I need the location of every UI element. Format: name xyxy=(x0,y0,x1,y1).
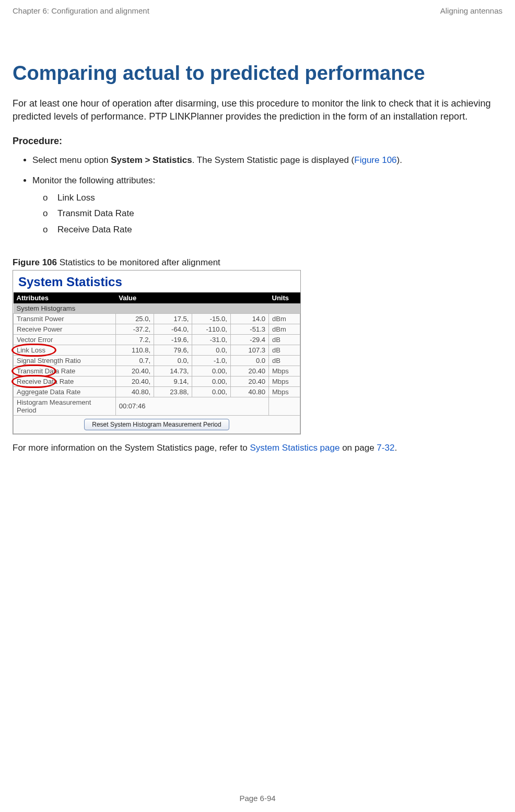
row-val: 0.00, xyxy=(192,366,231,376)
page-header: Chapter 6: Configuration and alignment A… xyxy=(13,6,502,15)
statistics-panel: System Statistics Attributes Value Units… xyxy=(13,270,301,434)
text: For more information on the System Stati… xyxy=(13,443,250,453)
row-val: 0.00, xyxy=(192,376,231,386)
row-unit: Mbps xyxy=(269,366,300,376)
row-attr: Histogram Measurement Period xyxy=(14,397,116,415)
table-row: Transmit Data Rate 20.40, 14.73, 0.00, 2… xyxy=(14,366,300,376)
row-unit: dB xyxy=(269,345,300,355)
row-val: 107.3 xyxy=(230,345,268,355)
statistics-table: Attributes Value Units System Histograms… xyxy=(13,292,300,434)
row-val: 20.40 xyxy=(230,366,268,376)
row-val: 25.0, xyxy=(115,313,154,324)
col-value: Value xyxy=(115,292,268,303)
table-header-row: Attributes Value Units xyxy=(14,292,300,303)
text: Monitor the following attributes: xyxy=(32,175,155,185)
table-row: Signal Strength Ratio 0.7, 0.0, -1.0, 0.… xyxy=(14,355,300,366)
table-row: Transmit Power 25.0, 17.5, -15.0, 14.0 d… xyxy=(14,313,300,324)
row-val: -51.3 xyxy=(230,324,268,334)
list-item: Link Loss xyxy=(43,192,502,205)
row-val: 0.0, xyxy=(192,345,231,355)
table-row: Receive Power -37.2, -64.0, -110.0, -51.… xyxy=(14,324,300,334)
row-attr: Signal Strength Ratio xyxy=(14,355,116,366)
row-val: 14.73, xyxy=(154,366,192,376)
row-attr: Vector Error xyxy=(14,334,116,345)
figure-caption-text: Statistics to be monitored after alignme… xyxy=(57,257,220,267)
text: on page xyxy=(340,443,377,453)
figure-link[interactable]: Figure 106 xyxy=(354,155,396,165)
row-val: -1.0, xyxy=(192,355,231,366)
header-right: Aligning antennas xyxy=(440,6,502,15)
table-section-row: System Histograms xyxy=(14,303,300,314)
procedure-heading: Procedure: xyxy=(13,136,502,147)
row-val: 20.40, xyxy=(115,376,154,386)
row-unit: dB xyxy=(269,355,300,366)
row-val: 7.2, xyxy=(115,334,154,345)
text: . The System Statistic page is displayed… xyxy=(192,155,355,165)
attribute-sublist: Link Loss Transmit Data Rate Receive Dat… xyxy=(32,192,502,237)
table-row: Aggregate Data Rate 40.80, 23.88, 0.00, … xyxy=(14,386,300,397)
row-val: 40.80, xyxy=(115,386,154,397)
figure-caption: Figure 106 Statistics to be monitored af… xyxy=(13,257,502,268)
cross-ref-link[interactable]: System Statistics page xyxy=(250,443,340,453)
row-val: 0.00, xyxy=(192,386,231,397)
row-val: -15.0, xyxy=(192,313,231,324)
row-val: 20.40, xyxy=(115,366,154,376)
row-val: 23.88, xyxy=(154,386,192,397)
menu-path: System > Statistics xyxy=(111,155,192,165)
row-unit xyxy=(269,397,300,415)
row-val: 79.6, xyxy=(154,345,192,355)
row-val: -37.2, xyxy=(115,324,154,334)
row-val: 40.80 xyxy=(230,386,268,397)
header-left: Chapter 6: Configuration and alignment xyxy=(13,6,149,15)
row-val: -64.0, xyxy=(154,324,192,334)
row-val: -110.0, xyxy=(192,324,231,334)
col-units: Units xyxy=(269,292,300,303)
row-val: 0.7, xyxy=(115,355,154,366)
row-val: -29.4 xyxy=(230,334,268,345)
row-attr-highlighted: Receive Data Rate xyxy=(14,376,116,386)
col-attributes: Attributes xyxy=(14,292,116,303)
footer-label: Page xyxy=(239,794,260,803)
row-unit: dBm xyxy=(269,313,300,324)
procedure-list: Select menu option System > Statistics. … xyxy=(13,154,502,236)
text: Select menu option xyxy=(32,155,111,165)
row-attr: Aggregate Data Rate xyxy=(14,386,116,397)
row-unit: dBm xyxy=(269,324,300,334)
list-item: Select menu option System > Statistics. … xyxy=(32,154,502,167)
row-val: 20.40 xyxy=(230,376,268,386)
row-attr-highlighted: Link Loss xyxy=(14,345,116,355)
row-attr: Receive Power xyxy=(14,324,116,334)
row-val: 0.0 xyxy=(230,355,268,366)
after-figure-paragraph: For more information on the System Stati… xyxy=(13,443,502,453)
table-row: Histogram Measurement Period 00:07:46 xyxy=(14,397,300,415)
figure-number: Figure 106 xyxy=(13,257,57,267)
page-title: Comparing actual to predicted performanc… xyxy=(13,62,502,85)
page-ref-link[interactable]: 7-32 xyxy=(377,443,394,453)
row-attr-highlighted: Transmit Data Rate xyxy=(14,366,116,376)
row-val: 17.5, xyxy=(154,313,192,324)
row-val: 110.8, xyxy=(115,345,154,355)
page-number: 6-94 xyxy=(260,794,276,803)
row-unit: dB xyxy=(269,334,300,345)
row-val: 14.0 xyxy=(230,313,268,324)
row-val: 00:07:46 xyxy=(115,397,268,415)
page-footer: Page 6-94 xyxy=(0,794,515,803)
table-row: Vector Error 7.2, -19.6, -31.0, -29.4 dB xyxy=(14,334,300,345)
table-row: Link Loss 110.8, 79.6, 0.0, 107.3 dB xyxy=(14,345,300,355)
row-val: -19.6, xyxy=(154,334,192,345)
row-val: 0.0, xyxy=(154,355,192,366)
list-item: Transmit Data Rate xyxy=(43,207,502,220)
row-unit: Mbps xyxy=(269,386,300,397)
panel-title: System Statistics xyxy=(13,270,300,292)
table-row: Receive Data Rate 20.40, 9.14, 0.00, 20.… xyxy=(14,376,300,386)
table-section-label: System Histograms xyxy=(14,303,300,314)
text: ). xyxy=(397,155,402,165)
reset-histogram-button[interactable]: Reset System Histogram Measurement Perio… xyxy=(84,419,229,430)
row-val: 9.14, xyxy=(154,376,192,386)
row-unit: Mbps xyxy=(269,376,300,386)
intro-paragraph: For at least one hour of operation after… xyxy=(13,97,502,123)
list-item: Monitor the following attributes: Link L… xyxy=(32,174,502,237)
text: . xyxy=(394,443,397,453)
row-val: -31.0, xyxy=(192,334,231,345)
reset-row: Reset System Histogram Measurement Perio… xyxy=(14,415,300,433)
